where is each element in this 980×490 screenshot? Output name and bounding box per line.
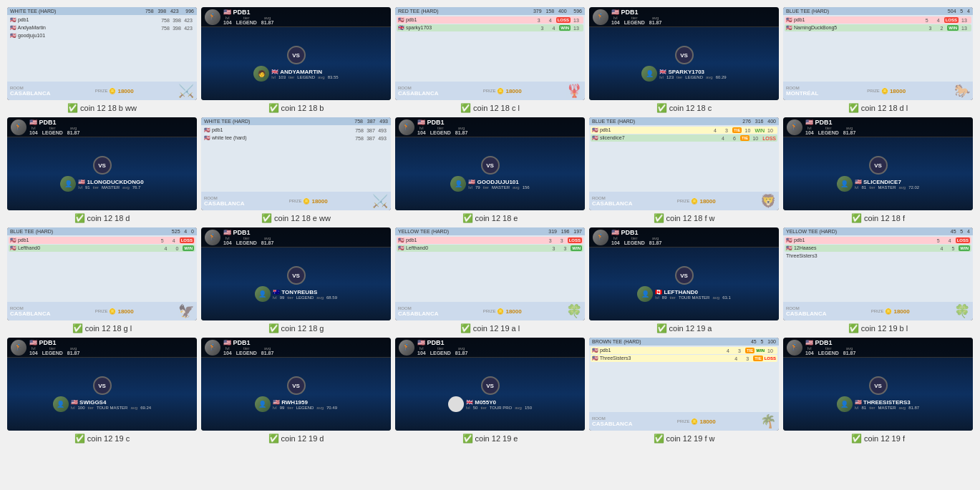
card-label-19: ✅ coin 12 19 f w <box>654 433 715 444</box>
opponent-stats: lvl103 tierLEGEND avg83.55 <box>271 75 338 79</box>
card-7[interactable]: WHITE TEE (HARD) 758 387 493 🇺🇸 pdb1 758… <box>201 117 391 210</box>
card-18[interactable]: 🏌️ 🇺🇸 PDB1 lvl104 tierLEGEND avg81.87 VS <box>395 338 585 431</box>
card-label-14: ✅ coin 12 19 a <box>656 323 712 333</box>
card-label-12: ✅ coin 12 18 g <box>268 323 324 333</box>
card-wrapper-1: WHITE TEE (HARD) 758 398 423 996 🇺🇸 pdb1… <box>7 7 197 113</box>
card-wrapper-2: 🏌️ 🇺🇸 PDB1 lvl104 tierLEGEND avg81.87 VS <box>201 7 391 113</box>
card-label-16: ✅ coin 12 19 c <box>74 433 130 444</box>
score-row-1: 🇺🇸 pdb1 758 398 423 <box>9 16 195 24</box>
card-label-6: ✅ coin 12 18 d <box>74 213 130 223</box>
card-label-11: ✅ coin 12 18 g l <box>72 323 132 333</box>
card-label-5: ✅ coin 12 18 d l <box>848 103 908 113</box>
card-wrapper-3: RED TEE (HARD) 379 158 400 596 🇺🇸 pdb1 3… <box>395 7 585 113</box>
card-5[interactable]: BLUE TEE (HARD) 504 5 4 🇺🇸 pdb1 5 4 LOSS… <box>783 7 973 100</box>
check-icon-1: ✅ <box>67 103 78 113</box>
score-rows-3: 🇺🇸 pdb1 3 4 LOSS 13 🇬🇧 sparky1703 3 4 WI… <box>395 15 585 82</box>
score-header-nums: 758 398 423 996 <box>145 9 194 14</box>
score-header-3: RED TEE (HARD) 379 158 400 596 <box>395 7 585 15</box>
prize-info: PRIZE 🪙 18000 <box>95 88 134 94</box>
score-row-3a: 🇺🇸 pdb1 3 4 LOSS 13 <box>397 16 583 24</box>
opponent-row: 🧑 🇬🇧 ANDYAMARTIN lvl103 tierLEGEND avg83… <box>253 66 338 82</box>
card-wrapper-4: 🏌️ 🇺🇸 PDB1 lvl104 tierLEGEND avg81.87 VS <box>589 7 779 113</box>
card-16[interactable]: 🏌️ 🇺🇸 PDB1 lvl104 tierLEGEND avg81.87 VS <box>7 338 197 431</box>
score-footer-3: ROOM CASABLANCA PRIZE 🪙 18000 🦞 <box>395 82 585 100</box>
vs-bubble: VS <box>287 46 306 64</box>
card-9[interactable]: BLUE TEE (HARD) 276 316 400 🇺🇸 pdb1 4 3 … <box>589 117 779 210</box>
card-label-1: ✅ coin 12 18 b ww <box>67 103 137 113</box>
card-label-3: ✅ coin 12 18 c l <box>460 103 520 113</box>
score-name-1: 🇺🇸 pdb1 <box>10 17 160 23</box>
card-20[interactable]: 🏌️ 🇺🇸 PDB1 lvl104 tierLEGEND avg81.87 VS <box>783 338 973 431</box>
card-wrapper-13: YELLOW TEE (HARD) 319 196 197 🇺🇸 pdb1 3 … <box>395 227 585 333</box>
card-label-9: ✅ coin 12 18 f w <box>654 213 715 223</box>
card-8[interactable]: 🏌️ 🇺🇸 PDB1 lvl104 tierLEGEND avg81.87 VS <box>395 117 585 210</box>
card-wrapper-14: 🏌️ 🇺🇸 PDB1 lvl104 tierLEGEND avg81.87 VS <box>589 227 779 333</box>
card-1[interactable]: WHITE TEE (HARD) 758 398 423 996 🇺🇸 pdb1… <box>7 7 197 100</box>
player1-info: 🇺🇸 PDB1 lvl104 tierLEGEND avg81.87 <box>223 9 387 25</box>
card-3[interactable]: RED TEE (HARD) 379 158 400 596 🇺🇸 pdb1 3… <box>395 7 585 100</box>
card-wrapper-19: BROWN TEE (HARD) 45 5 100 🇺🇸 pdb1 4 3 TI… <box>589 338 779 444</box>
card-label-18: ✅ coin 12 19 e <box>462 433 518 444</box>
card-wrapper-18: 🏌️ 🇺🇸 PDB1 lvl104 tierLEGEND avg81.87 VS <box>395 338 585 444</box>
check-icon-3: ✅ <box>460 103 471 113</box>
check-icon-2: ✅ <box>268 103 279 113</box>
cards-grid: WHITE TEE (HARD) 758 398 423 996 🇺🇸 pdb1… <box>3 3 977 448</box>
opponent-avatar: 🧑 <box>253 66 269 82</box>
card-logo-1: ⚔️ <box>178 83 194 99</box>
player1-avatar-4: 🏌️ <box>593 9 608 25</box>
score-rows: 🇺🇸 pdb1 758 398 423 🇺🇸 AndyaMartin 758 3… <box>7 15 197 82</box>
player1-name: 🇺🇸 PDB1 <box>223 9 387 16</box>
card-wrapper-12: 🏌️ 🇺🇸 PDB1 lvl104 tierLEGEND avg81.87 VS <box>201 227 391 333</box>
card-wrapper-10: 🏌️ 🇺🇸 PDB1 lvl104 tierLEGEND avg81.87 VS <box>783 117 973 223</box>
card-wrapper-7: WHITE TEE (HARD) 758 387 493 🇺🇸 pdb1 758… <box>201 117 391 223</box>
card-wrapper-9: BLUE TEE (HARD) 276 316 400 🇺🇸 pdb1 4 3 … <box>589 117 779 223</box>
vs-section-4: VS 👤 🇬🇧 SPARKY1703 lvl123 tierLEGEND avg… <box>589 27 779 100</box>
vs-section: VS 🧑 🇬🇧 ANDYAMARTIN lvl103 tierLEGEND av… <box>201 27 391 100</box>
card-wrapper-6: 🏌️ 🇺🇸 PDB1 lvl104 tierLEGEND avg81.87 VS <box>7 117 197 223</box>
card-label-15: ✅ coin 12 19 b l <box>848 323 908 333</box>
player1-bar: 🏌️ 🇺🇸 PDB1 lvl104 tierLEGEND avg81.87 <box>201 7 391 27</box>
card-label-2: ✅ coin 12 18 b <box>268 103 324 113</box>
score-footer: ROOM CASABLANCA PRIZE 🪙 18000 ⚔️ <box>7 82 197 100</box>
label-text-1: coin 12 18 b ww <box>80 104 137 112</box>
card-label-8: ✅ coin 12 18 e <box>462 213 518 223</box>
card-wrapper-16: 🏌️ 🇺🇸 PDB1 lvl104 tierLEGEND avg81.87 VS <box>7 338 197 444</box>
score-row-3b: 🇬🇧 sparky1703 3 4 WIN 13 <box>397 24 583 31</box>
card-label-17: ✅ coin 12 19 d <box>268 433 324 444</box>
label-text-3: coin 12 18 c l <box>473 104 520 112</box>
room-info: ROOM CASABLANCA <box>10 86 50 97</box>
card-10[interactable]: 🏌️ 🇺🇸 PDB1 lvl104 tierLEGEND avg81.87 VS <box>783 117 973 210</box>
card-19[interactable]: BROWN TEE (HARD) 45 5 100 🇺🇸 pdb1 4 3 TI… <box>589 338 779 431</box>
card-label-13: ✅ coin 12 19 a l <box>460 323 520 333</box>
score-name-2: 🇺🇸 AndyaMartin <box>10 25 160 31</box>
card-17[interactable]: 🏌️ 🇺🇸 PDB1 lvl104 tierLEGEND avg81.87 VS <box>201 338 391 431</box>
score-name-3: 🇺🇸 goodjuju101 <box>10 33 194 39</box>
opponent-name: 🇬🇧 ANDYAMARTIN <box>271 69 338 75</box>
card-4[interactable]: 🏌️ 🇺🇸 PDB1 lvl104 tierLEGEND avg81.87 VS <box>589 7 779 100</box>
card-logo-3: 🦞 <box>566 83 582 99</box>
card-label-10: ✅ coin 12 18 f <box>851 213 905 223</box>
card-11[interactable]: BLUE TEE (HARD) 525 4 0 🇺🇸 pdb1 5 4 LOSS… <box>7 227 197 320</box>
card-wrapper-20: 🏌️ 🇺🇸 PDB1 lvl104 tierLEGEND avg81.87 VS <box>783 338 973 444</box>
card-wrapper-5: BLUE TEE (HARD) 504 5 4 🇺🇸 pdb1 5 4 LOSS… <box>783 7 973 113</box>
player1-bar-4: 🏌️ 🇺🇸 PDB1 lvl104 tierLEGEND avg81.87 <box>589 7 779 27</box>
card-12[interactable]: 🏌️ 🇺🇸 PDB1 lvl104 tierLEGEND avg81.87 VS <box>201 227 391 320</box>
card-wrapper-17: 🏌️ 🇺🇸 PDB1 lvl104 tierLEGEND avg81.87 VS <box>201 338 391 444</box>
score-row-2: 🇺🇸 AndyaMartin 758 398 423 <box>9 24 195 31</box>
card-15[interactable]: YELLOW TEE (HARD) 45 5 4 🇺🇸 pdb1 5 4 LOS… <box>783 227 973 320</box>
score-header: WHITE TEE (HARD) 758 398 423 996 <box>7 7 197 15</box>
card-6[interactable]: 🏌️ 🇺🇸 PDB1 lvl104 tierLEGEND avg81.87 VS <box>7 117 197 210</box>
player1-avatar: 🏌️ <box>205 9 220 25</box>
card-13[interactable]: YELLOW TEE (HARD) 319 196 197 🇺🇸 pdb1 3 … <box>395 227 585 320</box>
score-header-text: WHITE TEE (HARD) <box>10 9 56 14</box>
card-2[interactable]: 🏌️ 🇺🇸 PDB1 lvl104 tierLEGEND avg81.87 VS <box>201 7 391 100</box>
card-label-7: ✅ coin 12 18 e ww <box>261 213 331 223</box>
card-wrapper-15: YELLOW TEE (HARD) 45 5 4 🇺🇸 pdb1 5 4 LOS… <box>783 227 973 333</box>
card-label-20: ✅ coin 12 19 f <box>851 433 905 444</box>
score-row-3: 🇺🇸 goodjuju101 <box>9 32 195 39</box>
opponent-info: 🇬🇧 ANDYAMARTIN lvl103 tierLEGEND avg83.5… <box>271 69 338 79</box>
label-text-2: coin 12 18 b <box>281 104 324 112</box>
player1-stats: lvl104 tierLEGEND avg81.87 <box>223 16 387 25</box>
card-label-4: ✅ coin 12 18 c <box>656 103 712 113</box>
card-14[interactable]: 🏌️ 🇺🇸 PDB1 lvl104 tierLEGEND avg81.87 VS <box>589 227 779 320</box>
